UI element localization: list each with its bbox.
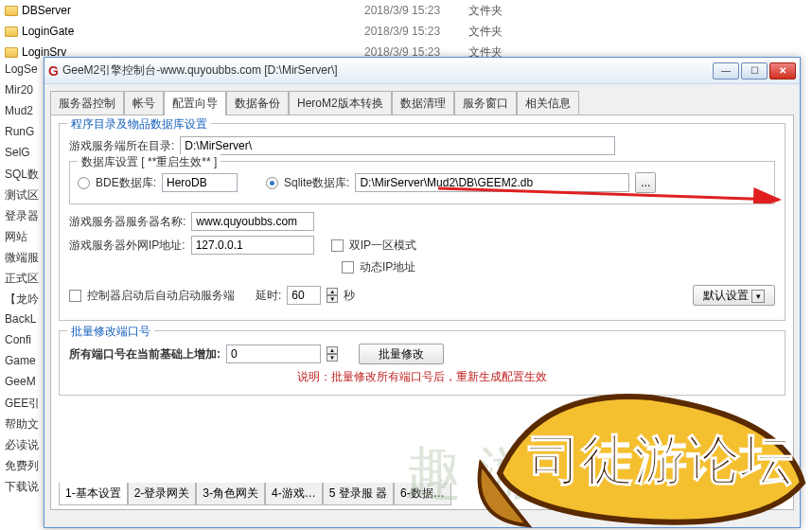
tab-3[interactable]: 数据备份	[226, 91, 289, 115]
sidebar-item[interactable]: Game	[0, 354, 40, 375]
group-legend: 批量修改端口号	[67, 324, 154, 340]
subtab-2[interactable]: 3-角色网关	[196, 483, 265, 505]
file-date: 2018/3/9 15:23	[364, 4, 468, 17]
sidebar-item[interactable]: BackL	[0, 312, 40, 333]
tab-2[interactable]: 配置向导	[164, 91, 226, 115]
tab-7[interactable]: 相关信息	[517, 91, 579, 115]
main-tabs: 服务器控制帐号配置向导数据备份HeroM2版本转换数据清理服务窗口相关信息	[44, 84, 800, 115]
db-settings-group: 数据库设置 [ **重启生效** ] BDE数据库: Sqlite数据库: ..…	[69, 161, 775, 204]
sidebar-item[interactable]: Confi	[0, 333, 40, 354]
sidebar-item[interactable]: Mir20	[0, 83, 40, 104]
sidebar-item[interactable]: 正式区	[0, 271, 40, 292]
tab-1[interactable]: 帐号	[124, 91, 164, 115]
sidebar-item[interactable]: 测试区	[0, 187, 40, 208]
sub-tabs: 1-基本设置2-登录网关3-角色网关4-游戏…5 登录服 器6-数据…	[59, 483, 451, 505]
titlebar[interactable]: G GeeM2引擎控制台-www.quyoubbs.com [D:\MirSer…	[44, 58, 800, 84]
external-ip-input[interactable]	[191, 236, 314, 255]
sidebar-item[interactable]: RunG	[0, 125, 40, 146]
srvname-label: 游戏服务器服务器名称:	[69, 214, 185, 230]
explorer-file-list: DBServer 2018/3/9 15:23 文件夹 LoginGate 20…	[0, 0, 812, 62]
batch-port-group: 批量修改端口号 所有端口号在当前基础上增加: ▲▼ 批量修改 说明：批量修改所有…	[59, 330, 786, 396]
port-offset-input[interactable]	[226, 344, 321, 363]
ip-label: 游戏服务器外网IP地址:	[69, 238, 185, 254]
port-offset-label: 所有端口号在当前基础上增加:	[69, 346, 221, 362]
close-button[interactable]: ✕	[769, 62, 796, 80]
sidebar-item[interactable]: 帮助文	[0, 416, 40, 437]
server-dir-input[interactable]	[180, 136, 615, 155]
sidebar-item[interactable]: GeeM	[0, 375, 40, 396]
tab-6[interactable]: 服务窗口	[454, 91, 517, 115]
maximize-button[interactable]: ☐	[741, 62, 768, 80]
app-logo-icon: G	[48, 63, 59, 79]
folder-icon	[5, 6, 18, 16]
subtab-3[interactable]: 4-游戏…	[265, 483, 323, 505]
bde-radio[interactable]	[78, 177, 90, 189]
bde-db-input[interactable]	[162, 173, 238, 192]
tab-panel: 程序目录及物品数据库设置 游戏服务端所在目录: 数据库设置 [ **重启生效**…	[50, 115, 794, 510]
db-legend: 数据库设置 [ **重启生效** ]	[78, 154, 221, 170]
sidebar-item[interactable]: 登录器	[0, 208, 40, 229]
batch-modify-button[interactable]: 批量修改	[359, 344, 444, 364]
sidebar-item[interactable]: Mud2	[0, 104, 40, 125]
sidebar-item[interactable]: 网站	[0, 229, 40, 250]
sidebar-item[interactable]: 免费列	[0, 458, 40, 479]
sidebar-item[interactable]: 下载说	[0, 479, 40, 500]
subtab-4[interactable]: 5 登录服 器	[323, 483, 394, 505]
sidebar-item[interactable]: GEE引	[0, 396, 40, 416]
browse-button[interactable]: ...	[635, 172, 656, 193]
tab-4[interactable]: HeroM2版本转换	[289, 91, 392, 115]
delay-spinner[interactable]: ▲▼	[327, 288, 338, 303]
default-settings-button[interactable]: 默认设置 ▾	[693, 285, 775, 306]
port-spinner[interactable]: ▲▼	[327, 346, 338, 362]
autostart-checkbox[interactable]	[69, 290, 81, 302]
folder-icon	[5, 47, 18, 58]
sqlite-radio[interactable]	[266, 177, 278, 189]
dropdown-icon: ▾	[751, 290, 765, 303]
dual-ip-checkbox[interactable]	[331, 239, 344, 252]
dir-label: 游戏服务端所在目录:	[69, 138, 174, 154]
explorer-sidebar-cut: LogSeMir20Mud2RunGSelGSQL数测试区登录器网站微端服正式区…	[0, 62, 40, 500]
file-row[interactable]: LoginGate 2018/3/9 15:23 文件夹	[0, 21, 812, 42]
file-type: 文件夹	[468, 3, 563, 19]
server-name-input[interactable]	[191, 212, 314, 231]
subtab-0[interactable]: 1-基本设置	[59, 483, 128, 505]
file-name: DBServer	[22, 4, 71, 17]
program-db-group: 程序目录及物品数据库设置 游戏服务端所在目录: 数据库设置 [ **重启生效**…	[59, 123, 786, 321]
minimize-button[interactable]: —	[713, 62, 739, 80]
tab-0[interactable]: 服务器控制	[50, 91, 124, 115]
subtab-1[interactable]: 2-登录网关	[128, 483, 197, 505]
tab-5[interactable]: 数据清理	[392, 91, 454, 115]
sidebar-item[interactable]: SQL数	[0, 167, 40, 187]
sidebar-item[interactable]: SelG	[0, 146, 40, 167]
batch-note: 说明：批量修改所有端口号后，重新生成配置生效	[69, 369, 775, 385]
sidebar-item[interactable]: LogSe	[0, 62, 40, 83]
geem2-window: G GeeM2引擎控制台-www.quyoubbs.com [D:\MirSer…	[44, 57, 801, 528]
file-row[interactable]: DBServer 2018/3/9 15:23 文件夹	[0, 0, 812, 21]
folder-icon	[5, 26, 18, 37]
group-legend: 程序目录及物品数据库设置	[67, 116, 211, 132]
subtab-5[interactable]: 6-数据…	[394, 483, 451, 505]
sqlite-path-input[interactable]	[355, 173, 629, 192]
sidebar-item[interactable]: 必读说	[0, 437, 40, 458]
sidebar-item[interactable]: 【龙吟	[0, 292, 40, 312]
delay-input[interactable]	[287, 286, 321, 305]
window-title: GeeM2引擎控制台-www.quyoubbs.com [D:\MirServe…	[62, 62, 713, 79]
sidebar-item[interactable]: 微端服	[0, 250, 40, 271]
dyn-ip-checkbox[interactable]	[342, 261, 354, 274]
